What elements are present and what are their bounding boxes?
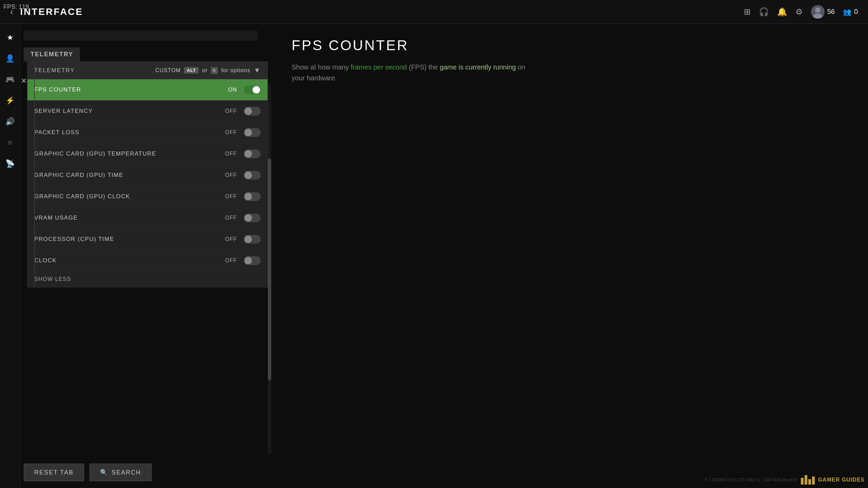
main-content: TELEMETRY ✕ TELEMETRY CUSTOM ALT or 🖱 fo…: [20, 24, 868, 488]
friend-info: 👥 0: [843, 8, 858, 16]
vram-usage-value: OFF: [217, 215, 237, 221]
setting-row-fps-counter[interactable]: FPS COUNTER ON: [27, 79, 268, 101]
clock-toggle[interactable]: [244, 256, 261, 265]
server-latency-label: SERVER LATENCY: [34, 108, 217, 115]
server-latency-toggle[interactable]: [244, 107, 261, 116]
show-less-button[interactable]: SHOW LESS: [27, 271, 268, 287]
search-icon: 🔍: [100, 469, 108, 476]
detail-description: Show at how many frames per second (FPS)…: [292, 62, 529, 83]
page-title: INTERFACE: [20, 6, 83, 17]
bell-icon[interactable]: 🔔: [777, 7, 787, 17]
dropdown-arrow-icon[interactable]: ▼: [254, 66, 261, 74]
setting-row-gpu-time[interactable]: GRAPHIC CARD (GPU) TIME OFF: [27, 165, 268, 186]
logo-bar1: [801, 478, 804, 485]
grid-icon[interactable]: ⊞: [744, 7, 751, 17]
cpu-time-label: PROCESSOR (CPU) TIME: [34, 236, 217, 243]
telemetry-header-row[interactable]: TELEMETRY CUSTOM ALT or 🖱 for options ▼: [27, 62, 268, 79]
show-less-label: SHOW LESS: [34, 276, 71, 282]
cpu-time-value: OFF: [217, 236, 237, 242]
search-label: SEARCH: [112, 469, 141, 476]
fps-value: 119: [19, 3, 29, 10]
top-bar-right: ⊞ 🎧 🔔 ⚙ 56 👥 0: [744, 5, 858, 19]
telemetry-row-label: TELEMETRY: [34, 67, 155, 74]
sidebar-icon-favorites[interactable]: ★: [4, 30, 16, 45]
right-panel: FPS COUNTER Show at how many frames per …: [271, 24, 868, 488]
or-text: or: [202, 67, 208, 74]
fps-label: FPS:: [3, 3, 17, 10]
for-options-text: for options: [221, 67, 250, 74]
gpu-temp-toggle[interactable]: [244, 149, 261, 158]
close-button[interactable]: ✕: [21, 77, 27, 85]
left-sidebar: ★ 👤 🎮 ⚡ 🔊 ≡ 📡: [0, 24, 20, 488]
gpu-temp-value: OFF: [217, 151, 237, 157]
settings-list: ✕ TELEMETRY CUSTOM ALT or 🖱 for options …: [27, 61, 268, 287]
setting-row-vram-usage[interactable]: VRAM USAGE OFF: [27, 207, 268, 229]
setting-row-cpu-time[interactable]: PROCESSOR (CPU) TIME OFF: [27, 229, 268, 250]
friend-count: 0: [854, 8, 858, 16]
clock-toggle-thumb: [244, 257, 252, 264]
sidebar-icon-controller[interactable]: 🎮: [3, 73, 17, 87]
headphones-icon[interactable]: 🎧: [759, 7, 769, 17]
telemetry-custom-label: CUSTOM: [155, 67, 181, 74]
setting-row-server-latency[interactable]: SERVER LATENCY OFF: [27, 101, 268, 122]
sidebar-icon-profile[interactable]: 👤: [3, 52, 17, 66]
clock-label: CLOCK: [34, 257, 217, 264]
gpu-time-value: OFF: [217, 172, 237, 178]
cpu-time-toggle-thumb: [244, 236, 252, 243]
desc-highlight1: frames per second: [351, 63, 407, 71]
sidebar-icon-interface[interactable]: ⚡: [3, 94, 17, 108]
bottom-buttons: RESET TAB 🔍 SEARCH: [24, 464, 152, 481]
cpu-time-toggle[interactable]: [244, 235, 261, 244]
gpu-clock-toggle-thumb: [244, 193, 252, 200]
gpu-time-toggle-thumb: [244, 171, 252, 179]
packet-loss-label: PACKET LOSS: [34, 129, 217, 136]
fps-counter-toggle[interactable]: [244, 85, 261, 94]
top-bar: FPS: 119 ‹ INTERFACE ⊞ 🎧 🔔 ⚙ 56 👥 0: [0, 0, 868, 24]
setting-row-packet-loss[interactable]: PACKET LOSS OFF: [27, 122, 268, 143]
packet-loss-toggle[interactable]: [244, 128, 261, 137]
gpu-temp-label: GRAPHIC CARD (GPU) TEMPERATURE: [34, 150, 217, 157]
scrollbar-thumb[interactable]: [268, 159, 271, 380]
brand-label: GAMER GUIDES: [818, 477, 865, 483]
setting-row-gpu-clock[interactable]: GRAPHIC CARD (GPU) CLOCK OFF: [27, 186, 268, 207]
mouse-icon: 🖱: [211, 67, 218, 74]
gpu-clock-toggle[interactable]: [244, 192, 261, 201]
sidebar-icon-audio[interactable]: 🔊: [3, 115, 17, 129]
gpu-clock-label: GRAPHIC CARD (GPU) CLOCK: [34, 193, 217, 200]
desc-highlight2: game is currently running: [440, 63, 516, 71]
gpu-temp-toggle-thumb: [244, 150, 252, 158]
setting-row-gpu-temp[interactable]: GRAPHIC CARD (GPU) TEMPERATURE OFF: [27, 143, 268, 165]
sidebar-icon-hud[interactable]: ≡: [5, 136, 15, 150]
packet-loss-value: OFF: [217, 129, 237, 136]
user-info: 56: [811, 5, 835, 19]
gear-icon[interactable]: ⚙: [795, 7, 803, 17]
server-latency-toggle-thumb: [244, 107, 252, 115]
gpu-time-label: GRAPHIC CARD (GPU) TIME: [34, 172, 217, 179]
desc-part1: Show at how many: [292, 63, 351, 71]
vram-usage-toggle[interactable]: [244, 214, 261, 222]
fps-counter-value: ON: [217, 87, 237, 93]
coords-text: 9.7.13200072 [34:222:1561+1]: [705, 477, 760, 482]
avatar[interactable]: [811, 5, 825, 19]
gpu-clock-value: OFF: [217, 194, 237, 200]
search-button[interactable]: 🔍 SEARCH: [90, 464, 152, 481]
gpu-time-toggle[interactable]: [244, 171, 261, 180]
divider-line: [34, 62, 35, 287]
sidebar-icon-network[interactable]: 📡: [3, 157, 17, 171]
setting-row-clock[interactable]: CLOCK OFF: [27, 250, 268, 271]
gamer-guides-logo: [801, 475, 815, 485]
vram-usage-toggle-thumb: [244, 214, 252, 222]
vram-usage-label: VRAM USAGE: [34, 215, 217, 221]
fps-badge: FPS: 119: [3, 3, 29, 11]
reset-tab-button[interactable]: RESET TAB: [24, 464, 84, 481]
section-label: TELEMETRY: [31, 51, 73, 58]
scrollbar-track[interactable]: [268, 85, 271, 454]
logo-bar4: [812, 476, 815, 485]
watermark: 9.7.13200072 [34:222:1561+1] 1087/445:ph…: [705, 475, 865, 485]
left-panel: TELEMETRY ✕ TELEMETRY CUSTOM ALT or 🖱 fo…: [20, 24, 271, 488]
logo-bar2: [805, 475, 807, 485]
logo-bar3: [808, 479, 811, 485]
fps-counter-label: FPS COUNTER: [34, 86, 217, 93]
extra-coords: 1087/445:ph:pm:i0: [764, 477, 797, 482]
telemetry-row-value: CUSTOM ALT or 🖱 for options ▼: [155, 66, 261, 74]
